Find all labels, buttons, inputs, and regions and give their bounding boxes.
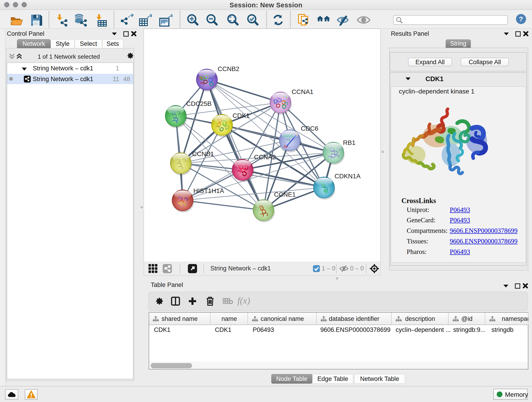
- svg-text:RB1: RB1: [343, 139, 355, 146]
- svg-text:CCNB1: CCNB1: [192, 150, 214, 157]
- svg-text:CDC6: CDC6: [301, 125, 318, 132]
- svg-text:?: ?: [519, 15, 523, 23]
- svg-text:HIST1H1A: HIST1H1A: [193, 187, 224, 194]
- svg-text:CCNE1: CCNE1: [274, 191, 296, 198]
- svg-text:CCNB2: CCNB2: [218, 65, 239, 72]
- svg-text:CCNA1: CCNA1: [292, 88, 313, 95]
- svg-text:CCNA2: CCNA2: [254, 153, 276, 161]
- svg-text:CDKN1A: CDKN1A: [335, 172, 361, 180]
- svg-text:CDC25B: CDC25B: [186, 100, 211, 107]
- svg-text:CDK1: CDK1: [233, 112, 250, 119]
